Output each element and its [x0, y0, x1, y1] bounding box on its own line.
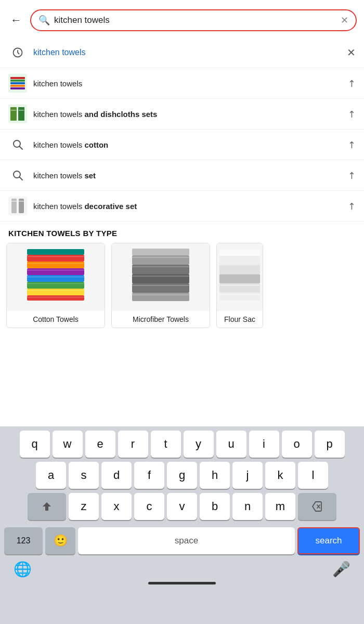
svg-rect-9 — [11, 110, 16, 111]
suggestion-text-3: kitchen towels cotton — [33, 140, 342, 149]
microphone-icon[interactable]: 🎤 — [332, 561, 350, 578]
svg-line-14 — [20, 177, 23, 180]
key-f[interactable]: f — [134, 462, 164, 489]
svg-rect-49 — [219, 265, 260, 275]
key-q[interactable]: q — [20, 431, 50, 458]
key-row-1: q w e r t y u i o p — [2, 431, 362, 458]
suggestion-1[interactable]: kitchen towels ↗ — [0, 68, 364, 99]
suggestion-history[interactable]: kitchen towels ✕ — [0, 37, 364, 68]
key-b[interactable]: b — [200, 493, 230, 520]
svg-rect-53 — [219, 285, 260, 286]
key-c[interactable]: c — [134, 493, 164, 520]
svg-rect-33 — [27, 263, 84, 264]
svg-rect-15 — [8, 197, 27, 215]
key-k[interactable]: k — [265, 462, 295, 489]
arrow-icon-2: ↗ — [345, 107, 358, 121]
key-123[interactable]: 123 — [4, 527, 43, 554]
search-box[interactable]: 🔍 kitchen towels ✕ — [30, 9, 357, 31]
key-u[interactable]: u — [216, 431, 246, 458]
search-bar-row: ← 🔍 kitchen towels ✕ — [0, 0, 364, 37]
search-button[interactable]: search — [297, 527, 360, 554]
flour-sac-image — [217, 243, 263, 311]
key-m[interactable]: m — [265, 493, 295, 520]
key-e[interactable]: e — [85, 431, 115, 458]
search-icon-4 — [8, 166, 27, 185]
search-input-value: kitchen towels — [54, 15, 336, 25]
key-l[interactable]: l — [298, 462, 328, 489]
search-icon: 🔍 — [38, 15, 50, 26]
search-clear-button[interactable]: ✕ — [341, 15, 348, 26]
key-emoji[interactable]: 🙂 — [45, 527, 75, 554]
suggestion-text-history: kitchen towels — [33, 48, 341, 57]
globe-mic-row: 🌐 🎤 — [0, 557, 364, 578]
suggestion-5[interactable]: kitchen towels decorative set ↗ — [0, 191, 364, 221]
key-a[interactable]: a — [36, 462, 66, 489]
suggestion-2[interactable]: kitchen towels and dishcloths sets ↗ — [0, 99, 364, 129]
svg-rect-20 — [27, 295, 84, 301]
cotton-towels-image — [7, 243, 105, 311]
history-icon — [8, 43, 27, 62]
key-space[interactable]: space — [78, 527, 295, 554]
key-j[interactable]: j — [232, 462, 263, 489]
key-v[interactable]: v — [167, 493, 197, 520]
suggestion-4[interactable]: kitchen towels set ↗ — [0, 160, 364, 191]
svg-rect-21 — [27, 289, 84, 295]
svg-rect-44 — [132, 266, 189, 267]
svg-rect-26 — [27, 255, 84, 262]
key-w[interactable]: w — [53, 431, 83, 458]
svg-line-12 — [20, 147, 23, 150]
key-r[interactable]: r — [118, 431, 148, 458]
svg-rect-46 — [219, 292, 260, 301]
microfiber-towels-image — [112, 243, 210, 311]
microfiber-towels-label: Microfiber Towels — [112, 311, 210, 328]
keyboard-keys: q w e r t y u i o p a s d f g h j k l — [0, 426, 364, 557]
svg-rect-32 — [27, 270, 84, 270]
type-card-flour[interactable]: Flour Sac — [216, 243, 263, 328]
key-g[interactable]: g — [167, 462, 197, 489]
key-z[interactable]: z — [69, 493, 99, 520]
key-n[interactable]: n — [232, 493, 263, 520]
type-card-cotton[interactable]: Cotton Towels — [6, 243, 105, 328]
key-d[interactable]: d — [101, 462, 132, 489]
search-icon-3 — [8, 135, 27, 154]
svg-rect-24 — [27, 268, 84, 275]
svg-rect-30 — [27, 283, 84, 284]
key-y[interactable]: y — [184, 431, 214, 458]
svg-rect-41 — [132, 294, 189, 295]
svg-rect-45 — [132, 257, 189, 258]
key-t[interactable]: t — [151, 431, 181, 458]
shift-key[interactable] — [28, 493, 66, 520]
key-p[interactable]: p — [315, 431, 345, 458]
suggestions-list: kitchen towels ✕ kitchen towels ↗ — [0, 37, 364, 222]
svg-rect-25 — [27, 262, 84, 268]
arrow-icon-1: ↗ — [345, 76, 358, 90]
key-o[interactable]: o — [282, 431, 312, 458]
bottom-row: 123 🙂 space search — [2, 524, 362, 557]
svg-rect-1 — [10, 77, 25, 79]
svg-rect-4 — [10, 85, 25, 87]
suggestion-text-4: kitchen towels set — [33, 171, 342, 180]
svg-rect-43 — [132, 276, 189, 277]
globe-icon[interactable]: 🌐 — [14, 561, 32, 578]
key-i[interactable]: i — [249, 431, 279, 458]
svg-rect-52 — [219, 294, 260, 295]
key-row-3: z x c v b n m — [2, 493, 362, 520]
key-x[interactable]: x — [101, 493, 132, 520]
back-button[interactable]: ← — [7, 11, 25, 29]
thumb-icon-1 — [8, 74, 27, 93]
suggestion-remove-history[interactable]: ✕ — [347, 46, 356, 59]
cotton-towels-label: Cotton Towels — [7, 311, 105, 328]
arrow-icon-4: ↗ — [345, 168, 358, 182]
key-h[interactable]: h — [200, 462, 230, 489]
type-card-microfiber[interactable]: Microfiber Towels — [111, 243, 210, 328]
keyboard: q w e r t y u i o p a s d f g h j k l — [0, 426, 364, 624]
svg-rect-22 — [27, 282, 84, 289]
svg-rect-50 — [219, 256, 260, 265]
flour-sac-label: Flour Sac — [217, 311, 263, 328]
key-s[interactable]: s — [69, 462, 99, 489]
thumb-icon-2 — [8, 105, 27, 123]
svg-rect-5 — [10, 87, 25, 89]
suggestion-3[interactable]: kitchen towels cotton ↗ — [0, 129, 364, 160]
svg-rect-48 — [219, 274, 260, 283]
backspace-key[interactable] — [298, 493, 336, 520]
